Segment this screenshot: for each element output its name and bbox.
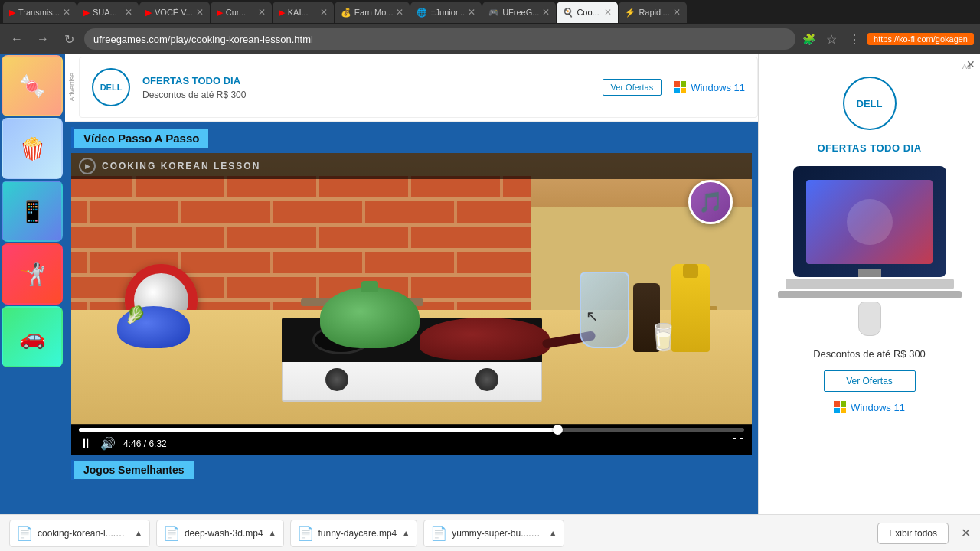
dell-logo: DELL xyxy=(92,68,130,106)
download-bar-close[interactable]: ✕ xyxy=(961,526,971,540)
svg-rect-14 xyxy=(362,201,365,223)
svg-rect-8 xyxy=(316,176,319,197)
fullscreen-button[interactable]: ⛶ xyxy=(732,437,744,451)
tab-title-7: ::Junior... xyxy=(430,8,465,17)
tab-rapidl[interactable]: ⚡ Rapidl... ✕ xyxy=(619,2,686,23)
section-header: Vídeo Passo A Passo xyxy=(71,127,752,148)
pc-illustration-container xyxy=(768,166,971,336)
tab-cur[interactable]: ▶ Cur... ✕ xyxy=(211,2,272,23)
kofi-banner[interactable]: https://ko-fi.com/gokagen xyxy=(867,33,974,45)
tab-sua[interactable]: ▶ SUA... ✕ xyxy=(77,2,139,23)
tab-close-8[interactable]: ✕ xyxy=(542,7,550,18)
tab-title-6: Earn Mo... xyxy=(354,8,394,17)
progress-bar[interactable] xyxy=(79,428,744,432)
download-arrow-1[interactable]: ▲ xyxy=(134,528,143,539)
download-arrow-2[interactable]: ▲ xyxy=(268,528,277,539)
ad-ver-ofertas-btn[interactable]: Ver Ofertas xyxy=(603,79,662,96)
svg-rect-24 xyxy=(454,252,457,273)
tab-earn[interactable]: 💰 Earn Mo... ✕ xyxy=(335,2,410,23)
game-thumb-2[interactable]: 🍿 xyxy=(2,118,63,179)
tab-close-4[interactable]: ✕ xyxy=(258,7,266,18)
stove-knob-1 xyxy=(325,368,348,391)
tab-favicon-1: ▶ xyxy=(9,8,15,18)
svg-rect-9 xyxy=(408,176,411,197)
download-name-4: yummy-super-bu....mp4 xyxy=(452,528,544,539)
svg-rect-2 xyxy=(71,223,531,227)
svg-rect-1 xyxy=(71,197,531,201)
svg-rect-15 xyxy=(454,201,457,223)
game-sidebar: 🍬 🍿 📱 🤺 🚗 xyxy=(0,54,65,514)
sidebar-promo-text: OFERTAS TODO DIA xyxy=(768,142,971,154)
reload-button[interactable]: ↻ xyxy=(58,28,80,50)
download-name-3: funny-daycare.mp4 xyxy=(318,528,397,539)
svg-rect-22 xyxy=(270,252,273,273)
download-arrow-3[interactable]: ▲ xyxy=(401,528,410,539)
tab-close-2[interactable]: ✕ xyxy=(125,7,132,18)
tab-close-7[interactable]: ✕ xyxy=(468,7,475,18)
tab-kai[interactable]: ▶ KAI... ✕ xyxy=(273,2,334,23)
progress-thumb xyxy=(553,425,563,435)
back-button[interactable]: ← xyxy=(6,28,28,50)
tab-close-5[interactable]: ✕ xyxy=(320,7,328,18)
svg-rect-12 xyxy=(178,201,181,223)
tab-close-1[interactable]: ✕ xyxy=(63,7,70,18)
section-title: Vídeo Passo A Passo xyxy=(74,129,208,148)
download-item-2: 📄 deep-wash-3d.mp4 ▲ xyxy=(156,520,284,547)
download-arrow-4[interactable]: ▲ xyxy=(548,528,557,539)
address-bar[interactable] xyxy=(84,28,795,50)
tab-junior[interactable]: 🌐 ::Junior... ✕ xyxy=(410,2,482,23)
dell-promo-text: OFERTAS TODO DIA xyxy=(142,75,246,86)
center-area: Advertise DELL OFERTAS TODO DIA Desconto… xyxy=(65,54,758,514)
stove-knob-2 xyxy=(475,368,498,391)
pause-button[interactable]: ⏸ xyxy=(79,435,93,452)
screen-content xyxy=(847,199,893,245)
tab-transmis[interactable]: ▶ Transmis... ✕ xyxy=(3,2,77,23)
download-icon-4: 📄 xyxy=(430,525,447,542)
red-pan xyxy=(420,318,550,360)
svg-rect-6 xyxy=(132,176,136,197)
bottle-cap xyxy=(683,264,698,278)
tab-close-6[interactable]: ✕ xyxy=(396,7,403,18)
game-thumb-5[interactable]: 🚗 xyxy=(2,306,63,367)
tab-voce[interactable]: ▶ VOCÊ V... ✕ xyxy=(139,2,210,23)
settings-icon[interactable]: ⋮ xyxy=(846,31,863,47)
svg-rect-27 xyxy=(316,277,319,298)
download-name-1: cooking-korean-l....mp4 xyxy=(38,528,129,539)
tab-title-9: Coo... xyxy=(577,8,601,17)
game-thumb-1[interactable]: 🍬 xyxy=(2,55,63,116)
svg-rect-20 xyxy=(87,252,90,273)
ad-actions: Ver Ofertas Windows 11 xyxy=(603,79,745,96)
game-thumb-3[interactable]: 📱 xyxy=(2,181,63,242)
svg-rect-19 xyxy=(408,227,411,248)
sidebar-close-button[interactable]: ✕ xyxy=(966,58,975,70)
ad-label: Advertise xyxy=(65,73,79,102)
kitchen-scene: 🥬 🥛 🎵 ↖ xyxy=(71,153,752,425)
tab-ufreeg[interactable]: 🎮 UFreeG... ✕ xyxy=(482,2,556,23)
tab-title-3: VOCÊ V... xyxy=(155,8,193,17)
nav-icons: 🧩 ☆ ⋮ xyxy=(800,31,863,47)
volume-button[interactable]: 🔊 xyxy=(100,436,116,451)
green-pot xyxy=(320,287,420,352)
star-icon[interactable]: ☆ xyxy=(823,31,840,47)
keyboard xyxy=(778,291,962,298)
forward-button[interactable]: → xyxy=(32,28,54,50)
svg-rect-18 xyxy=(316,227,319,248)
tab-favicon-2: ▶ xyxy=(83,8,90,18)
extensions-icon[interactable]: 🧩 xyxy=(800,31,817,47)
svg-rect-17 xyxy=(224,227,227,248)
mouse xyxy=(858,302,881,336)
sidebar-description: Descontos de até R$ 300 xyxy=(768,348,971,360)
tab-close-9[interactable]: ✕ xyxy=(604,7,612,18)
tab-favicon-4: ▶ xyxy=(217,8,223,18)
svg-rect-10 xyxy=(500,176,503,197)
svg-rect-11 xyxy=(87,201,90,223)
tab-close-10[interactable]: ✕ xyxy=(673,7,681,18)
green-pot-body xyxy=(320,287,420,348)
tab-close-3[interactable]: ✕ xyxy=(196,7,204,18)
sidebar-windows-badge: Windows 11 xyxy=(768,401,971,413)
game-thumb-4[interactable]: 🤺 xyxy=(2,243,63,305)
sidebar-ver-ofertas-button[interactable]: Ver Ofertas xyxy=(824,370,916,392)
exibir-todos-button[interactable]: Exibir todos xyxy=(877,523,949,544)
tab-favicon-9: 🍳 xyxy=(563,8,573,18)
tab-cooking[interactable]: 🍳 Coo... ✕ xyxy=(557,2,618,23)
